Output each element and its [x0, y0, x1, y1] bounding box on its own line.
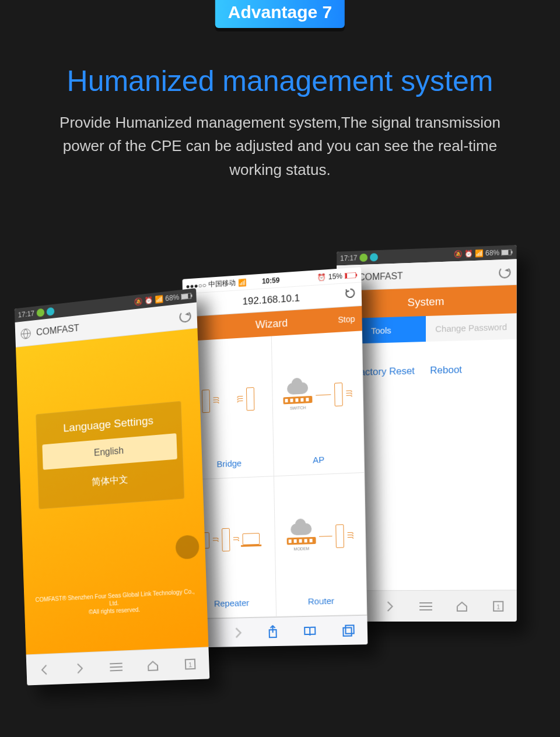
status-app-icon	[47, 307, 55, 316]
nav-tabs-icon[interactable]: 1	[492, 599, 505, 612]
system-title: System	[408, 295, 444, 309]
svg-rect-13	[343, 627, 351, 636]
safari-toolbar	[188, 615, 368, 648]
svg-rect-16	[181, 294, 188, 299]
svg-line-19	[110, 666, 123, 667]
svg-line-20	[110, 670, 123, 671]
url-text: 192.168.10.1	[243, 292, 300, 307]
nav-back-icon[interactable]	[38, 663, 51, 676]
nav-tabs-icon[interactable]: 1	[184, 657, 197, 671]
svg-line-18	[110, 663, 123, 664]
svg-rect-1	[502, 250, 508, 255]
mode-label: Bridge	[217, 458, 242, 469]
status-app-icon	[359, 254, 368, 262]
mode-label: Router	[308, 596, 334, 606]
battery-icon	[501, 249, 513, 255]
svg-text:1: 1	[188, 661, 192, 668]
system-titlebar: ‹ System	[337, 285, 516, 319]
nav-menu-icon[interactable]	[419, 599, 432, 612]
advantage-badge: Advantage 7	[215, 0, 345, 28]
refresh-icon[interactable]	[499, 266, 510, 278]
mode-label: AP	[313, 454, 324, 465]
mode-router[interactable]: MODEM Router	[274, 473, 367, 617]
wizard-title: Wizard	[256, 317, 288, 331]
status-battery: 68%	[165, 293, 180, 303]
copyright-text: COMFAST® Shenzhen Four Seas Global Link …	[24, 587, 207, 619]
bookmarks-icon[interactable]	[303, 625, 317, 637]
language-settings-title: Language Settings	[41, 412, 176, 437]
status-time: 17:17	[340, 254, 357, 262]
stop-button[interactable]: Stop	[338, 314, 355, 325]
page-title: COMFAST	[358, 267, 493, 282]
language-settings-card: Language Settings English 简体中文	[36, 401, 184, 510]
mode-ap[interactable]: SWITCH AP	[272, 331, 365, 476]
nav-forward-icon[interactable]	[74, 662, 86, 675]
wifi-icon: 📶	[475, 249, 484, 258]
nav-home-icon[interactable]	[456, 599, 468, 612]
phone-language: Language Switch 17:17 🔕 ⏰ 📶 68% COMFAST …	[15, 288, 210, 685]
nav-forward-icon[interactable]	[384, 600, 397, 613]
nav-menu-icon[interactable]	[110, 660, 123, 673]
alarm-icon: ⏰	[144, 296, 153, 306]
wifi-icon: 📶	[155, 295, 163, 304]
globe-icon	[20, 328, 31, 339]
mute-icon: 🔕	[454, 250, 463, 259]
language-screen: Language Settings English 简体中文 COMFAST® …	[16, 328, 208, 654]
mute-icon: 🔕	[134, 297, 143, 307]
svg-rect-17	[191, 294, 192, 297]
svg-rect-14	[345, 625, 354, 633]
page-headline: Humanized management system	[0, 64, 560, 98]
language-floating-button[interactable]	[175, 535, 200, 560]
mode-grid: Bridge SWITCH AP Repeater MODEM	[183, 331, 367, 619]
alarm-icon: ⏰	[464, 250, 473, 258]
share-icon[interactable]	[267, 624, 279, 638]
reboot-link[interactable]: Reboot	[430, 364, 462, 376]
status-battery: 68%	[485, 248, 499, 257]
svg-text:1: 1	[496, 603, 500, 610]
page-subheadline: Provide Humanized management system,The …	[58, 111, 502, 181]
battery-icon	[181, 293, 192, 300]
phone-modes: Four Modes ●●●○○ 中国移动 📶 10:59 ⏰ 15% 192.…	[183, 267, 368, 648]
refresh-icon[interactable]	[179, 310, 191, 322]
mode-label: Repeater	[214, 598, 250, 608]
tab-change-password[interactable]: Change Password	[426, 313, 517, 342]
svg-rect-2	[511, 251, 512, 254]
tabs-icon[interactable]	[342, 624, 355, 637]
status-app-icon	[37, 308, 45, 317]
nav-forward-icon[interactable]	[233, 626, 243, 639]
status-time: 17:17	[18, 310, 35, 320]
status-app-icon	[370, 253, 378, 261]
nav-home-icon[interactable]	[146, 659, 160, 672]
reload-icon[interactable]	[345, 287, 356, 301]
